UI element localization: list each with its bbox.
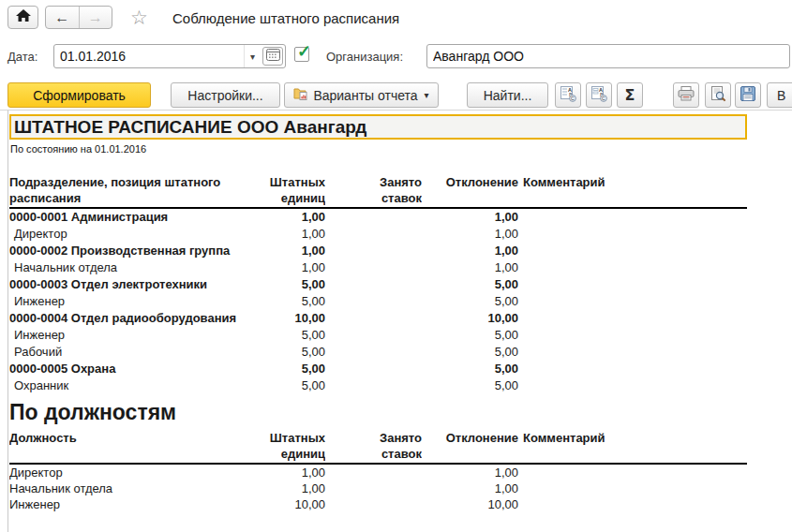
cell-department[interactable]: Охранник — [9, 377, 262, 394]
print-preview-button[interactable] — [705, 82, 731, 108]
favorite-star-icon[interactable]: ☆ — [130, 7, 148, 29]
cell-department[interactable]: 0000-0002 Производственная группа — [9, 243, 262, 259]
cell-occupied[interactable] — [325, 480, 422, 496]
cell-department[interactable]: Рабочий — [9, 344, 262, 361]
find-button[interactable]: Найти... — [467, 82, 548, 108]
report-variants-button[interactable]: Варианты отчета ▾ — [284, 82, 439, 108]
all-actions-button[interactable]: В — [767, 82, 792, 108]
back-button[interactable]: ← — [46, 7, 80, 28]
cell-staff-units[interactable]: 1,00 — [262, 243, 325, 259]
calendar-button[interactable] — [262, 47, 283, 66]
cell-comment[interactable] — [518, 377, 747, 394]
col-deviation[interactable]: Отклонение — [422, 174, 518, 208]
cell-deviation[interactable]: 5,00 — [422, 276, 518, 293]
cell-position[interactable]: Начальник отдела — [9, 480, 262, 496]
cell-staff-units[interactable]: 5,00 — [262, 293, 325, 310]
cell-department[interactable]: Директор — [9, 226, 262, 243]
cell-department[interactable]: Начальник отдела — [9, 259, 262, 276]
expand-groups-button[interactable]: ABC — [555, 82, 581, 108]
cell-occupied[interactable] — [325, 310, 422, 327]
cell-comment[interactable] — [518, 243, 747, 259]
cell-staff-units[interactable]: 1,00 — [262, 259, 325, 276]
date-dropdown-icon[interactable]: ▾ — [244, 45, 261, 67]
organization-input[interactable] — [426, 44, 790, 68]
cell-comment[interactable] — [518, 361, 747, 377]
col-staff-units[interactable]: Штатных единиц — [262, 174, 325, 208]
cell-staff-units[interactable]: 5,00 — [262, 361, 325, 377]
cell-comment[interactable] — [518, 226, 747, 243]
cell-occupied[interactable] — [325, 226, 422, 243]
cell-comment[interactable] — [518, 310, 747, 327]
cell-deviation[interactable]: 5,00 — [422, 327, 518, 344]
cell-deviation[interactable]: 1,00 — [422, 226, 518, 243]
cell-deviation[interactable]: 5,00 — [422, 344, 518, 361]
cell-department[interactable]: 0000-0003 Отдел электротехники — [9, 276, 262, 293]
cell-comment[interactable] — [518, 259, 747, 276]
report-subtitle[interactable]: По состоянию на 01.01.2016 — [10, 143, 792, 155]
cell-deviation[interactable]: 10,00 — [422, 310, 518, 327]
cell-comment[interactable] — [518, 327, 747, 344]
organization-checkbox[interactable]: ✓ — [294, 47, 309, 62]
cell-staff-units[interactable]: 5,00 — [262, 344, 325, 361]
cell-department[interactable]: Инженер — [9, 293, 262, 310]
cell-deviation[interactable]: 5,00 — [422, 293, 518, 310]
cell-comment[interactable] — [518, 276, 747, 293]
col-staff-units[interactable]: Штатных единиц — [262, 430, 325, 464]
print-button[interactable] — [673, 82, 699, 108]
cell-staff-units[interactable]: 1,00 — [262, 464, 325, 480]
cell-deviation[interactable]: 5,00 — [422, 377, 518, 394]
col-comment[interactable]: Комментарий — [518, 430, 747, 464]
cell-comment[interactable] — [518, 293, 747, 310]
collapse-groups-button[interactable]: ABC — [586, 82, 612, 108]
cell-occupied[interactable] — [325, 361, 422, 377]
section-title-by-positions[interactable]: По должностям — [9, 400, 792, 424]
cell-staff-units[interactable]: 1,00 — [262, 208, 325, 226]
cell-occupied[interactable] — [325, 344, 422, 361]
cell-comment[interactable] — [518, 208, 747, 226]
col-deviation[interactable]: Отклонение — [422, 430, 518, 464]
col-department[interactable]: Подразделение, позиция штатного расписан… — [9, 174, 262, 208]
col-comment[interactable]: Комментарий — [518, 174, 747, 208]
cell-occupied[interactable] — [325, 259, 422, 276]
cell-occupied[interactable] — [325, 276, 422, 293]
sum-button[interactable]: Σ — [617, 82, 643, 108]
col-occupied[interactable]: Занято ставок — [325, 174, 422, 208]
cell-department[interactable]: 0000-0005 Охрана — [9, 361, 262, 377]
cell-occupied[interactable] — [325, 464, 422, 480]
cell-department[interactable]: 0000-0004 Отдел радиооборудования — [9, 310, 262, 327]
cell-occupied[interactable] — [325, 293, 422, 310]
forward-button[interactable]: → — [80, 7, 112, 28]
cell-staff-units[interactable]: 5,00 — [262, 276, 325, 293]
cell-staff-units[interactable]: 1,00 — [262, 226, 325, 243]
cell-department[interactable]: 0000-0001 Администрация — [9, 208, 262, 226]
cell-occupied[interactable] — [325, 208, 422, 226]
save-button[interactable] — [735, 82, 761, 108]
col-occupied[interactable]: Занято ставок — [325, 430, 422, 464]
cell-staff-units[interactable]: 1,00 — [262, 480, 325, 496]
cell-staff-units[interactable]: 5,00 — [262, 377, 325, 394]
date-input[interactable] — [54, 45, 244, 67]
col-position[interactable]: Должность — [9, 430, 262, 464]
cell-deviation[interactable]: 10,00 — [422, 496, 518, 512]
cell-staff-units[interactable]: 5,00 — [262, 327, 325, 344]
cell-occupied[interactable] — [325, 377, 422, 394]
cell-staff-units[interactable]: 10,00 — [262, 496, 325, 512]
cell-deviation[interactable]: 1,00 — [422, 243, 518, 259]
cell-comment[interactable] — [518, 464, 747, 480]
cell-occupied[interactable] — [325, 327, 422, 344]
settings-button[interactable]: Настройки... — [171, 82, 280, 108]
cell-deviation[interactable]: 1,00 — [422, 480, 518, 496]
cell-deviation[interactable]: 1,00 — [422, 259, 518, 276]
cell-staff-units[interactable]: 10,00 — [262, 310, 325, 327]
cell-position[interactable]: Директор — [9, 464, 262, 480]
cell-deviation[interactable]: 1,00 — [422, 208, 518, 226]
cell-comment[interactable] — [518, 480, 747, 496]
cell-occupied[interactable] — [325, 243, 422, 259]
cell-occupied[interactable] — [325, 496, 422, 512]
report-title-cell[interactable]: ШТАТНОЕ РАСПИСАНИЕ ООО Авангард — [9, 114, 747, 140]
home-button[interactable] — [7, 6, 38, 29]
cell-comment[interactable] — [518, 496, 747, 512]
generate-report-button[interactable]: Сформировать — [7, 82, 151, 108]
cell-comment[interactable] — [518, 344, 747, 361]
cell-deviation[interactable]: 1,00 — [422, 464, 518, 480]
